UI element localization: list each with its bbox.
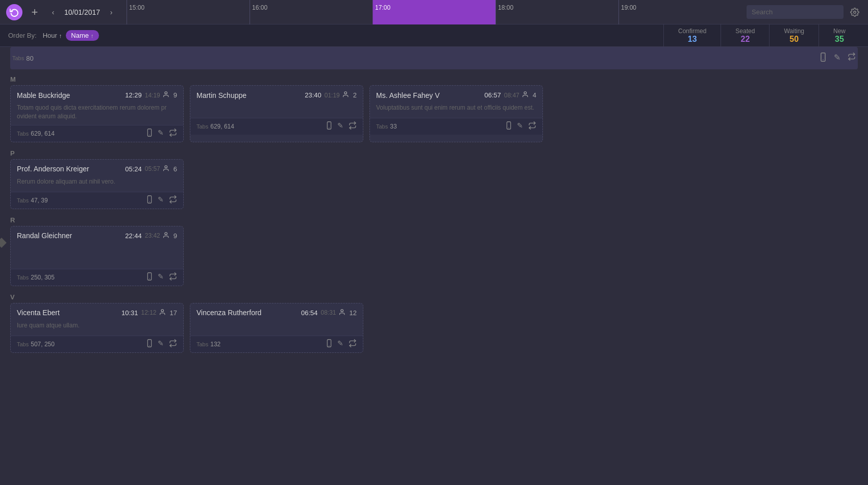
tabs-value: 507, 250	[31, 341, 146, 348]
card-vicenta-ebert: Vicenta Ebert 10:31 12:12 17 Iure quam a…	[10, 303, 184, 353]
history-button[interactable]	[6, 4, 22, 20]
edit-icon[interactable]: ✎	[158, 195, 164, 206]
guest-icon	[343, 91, 350, 99]
order-name[interactable]: Name ↑	[66, 30, 98, 41]
mobile-icon[interactable]	[506, 121, 512, 132]
name-sort-icon: ↑	[91, 33, 94, 39]
mobile-icon[interactable]	[326, 121, 332, 132]
time-primary: 05:24	[125, 165, 142, 173]
search-input[interactable]	[747, 5, 844, 19]
guest-name: Ms. Ashlee Fahey V	[376, 91, 481, 99]
action-icon[interactable]	[169, 272, 177, 283]
section-m: M	[10, 70, 858, 85]
mobile-icon[interactable]	[146, 195, 153, 206]
svg-rect-22	[327, 339, 331, 347]
side-panel	[0, 239, 5, 246]
tab-seated[interactable]: Seated 22	[721, 24, 769, 47]
guest-count: 4	[533, 91, 536, 99]
mobile-icon[interactable]	[146, 272, 153, 283]
confirmed-label: Confirmed	[678, 28, 706, 35]
summary-stack-icon[interactable]	[848, 53, 856, 64]
card-mable-buckridge: Mable Buckridge 12:29 14:19 9 Totam quod…	[10, 85, 184, 142]
edit-icon[interactable]: ✎	[158, 339, 164, 349]
order-hour[interactable]: Hour ↑	[43, 32, 62, 39]
order-hour-label: Hour	[43, 32, 57, 39]
card-actions: ✎	[146, 339, 177, 349]
section-m-cards: Mable Buckridge 12:29 14:19 9 Totam quod…	[10, 85, 858, 142]
summary-tabs-label: Tabs	[12, 55, 24, 61]
edit-icon[interactable]: ✎	[517, 121, 523, 132]
action-icon[interactable]	[169, 195, 177, 206]
time-secondary: 12:12	[141, 309, 157, 316]
add-button[interactable]: +	[28, 5, 42, 19]
section-p: P	[10, 144, 858, 159]
mobile-icon[interactable]	[146, 129, 153, 139]
time-primary: 23:40	[305, 91, 321, 99]
edit-icon[interactable]: ✎	[158, 129, 164, 139]
action-icon[interactable]	[349, 339, 357, 349]
mobile-icon[interactable]	[146, 339, 153, 349]
tab-new[interactable]: New 35	[819, 24, 860, 47]
seated-count: 22	[740, 35, 750, 44]
tabs-label: Tabs	[17, 197, 29, 203]
guest-count: 9	[173, 91, 177, 99]
settings-button[interactable]	[848, 5, 862, 19]
card-note: Rerum dolore aliquam aut nihil vero.	[11, 176, 183, 192]
tab-confirmed[interactable]: Confirmed 13	[663, 24, 721, 47]
action-icon[interactable]	[169, 129, 177, 139]
tab-waiting[interactable]: Waiting 50	[769, 24, 819, 47]
mobile-icon[interactable]	[326, 339, 332, 349]
section-v: V	[10, 288, 858, 303]
guest-icon	[163, 232, 170, 240]
svg-rect-4	[147, 129, 151, 136]
status-tabs: Confirmed 13 Seated 22 Waiting 50 New 35	[663, 24, 860, 47]
svg-rect-19	[147, 339, 151, 347]
tabs-value: 47, 39	[31, 197, 146, 204]
order-name-label: Name	[71, 32, 89, 39]
guest-name: Vicenta Ebert	[17, 309, 118, 317]
summary-edit-icon[interactable]: ✎	[834, 53, 840, 64]
section-r-cards: Randal Gleichner 22:44 23:42 9 Tabs 250,…	[10, 226, 858, 286]
guest-count: 9	[173, 232, 177, 240]
svg-point-12	[165, 165, 167, 168]
card-actions: ✎	[146, 272, 177, 283]
action-icon[interactable]	[528, 121, 536, 132]
time-primary: 06:57	[484, 91, 501, 99]
new-label: New	[833, 28, 846, 35]
card-note: Voluptatibus sunt qui enim rerum aut et …	[370, 103, 542, 118]
timeline-18: 18:00	[495, 0, 618, 24]
section-v-cards: Vicenta Ebert 10:31 12:12 17 Iure quam a…	[10, 303, 858, 353]
card-note: Totam quod quis dicta exercitationem rer…	[11, 103, 183, 125]
svg-rect-13	[147, 195, 151, 203]
date-label: 10/01/2017	[64, 8, 100, 16]
card-actions: ✎	[146, 129, 177, 139]
next-date-button[interactable]: ›	[105, 6, 117, 18]
card-header: Vincenza Rutherford 06:54 08:31 12	[190, 303, 363, 320]
guest-icon	[160, 309, 167, 317]
timeline-19: 19:00	[618, 0, 741, 24]
summary-bar: Tabs 80 ✎	[10, 47, 858, 69]
card-ashlee-fahey: Ms. Ashlee Fahey V 06:57 08:47 4 Volupta…	[369, 85, 543, 142]
prev-date-button[interactable]: ‹	[47, 6, 59, 18]
card-header: Vicenta Ebert 10:31 12:12 17	[11, 303, 183, 320]
time-primary: 12:29	[125, 91, 142, 99]
top-bar-left: + ‹ 10/01/2017 ›	[6, 4, 117, 20]
svg-point-18	[161, 309, 163, 312]
edit-icon[interactable]: ✎	[337, 121, 343, 132]
guest-name: Martin Schuppe	[196, 91, 302, 99]
summary-mobile-icon[interactable]	[820, 53, 827, 64]
summary-tabs-value: 80	[26, 55, 33, 62]
hour-sort-icon: ↑	[59, 33, 62, 39]
section-p-cards: Prof. Anderson Kreiger 05:24 05:57 6 Rer…	[10, 159, 858, 209]
section-r: R	[10, 211, 858, 226]
edit-icon[interactable]: ✎	[158, 272, 164, 283]
edit-icon[interactable]: ✎	[337, 339, 343, 349]
card-footer: Tabs 47, 39 ✎	[11, 192, 183, 209]
guest-count: 6	[173, 165, 177, 173]
timeline-16: 16:00	[250, 0, 373, 24]
action-icon[interactable]	[349, 121, 357, 132]
tabs-value: 629, 614	[210, 123, 326, 130]
order-label: Order By:	[8, 32, 37, 39]
action-icon[interactable]	[169, 339, 177, 349]
svg-rect-1	[821, 53, 825, 61]
